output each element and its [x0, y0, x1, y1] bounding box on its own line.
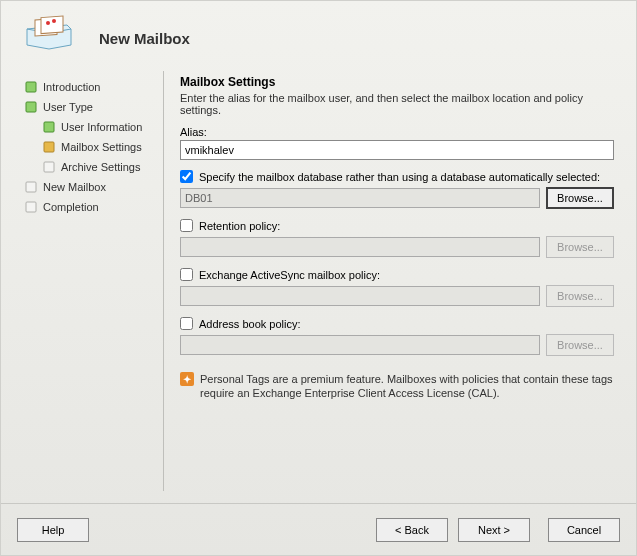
nav-item-label: New Mailbox: [43, 181, 106, 193]
next-button[interactable]: Next >: [458, 518, 530, 542]
step-pending-icon: [25, 181, 37, 193]
svg-rect-7: [44, 142, 54, 152]
nav-item-label: Introduction: [43, 81, 100, 93]
wizard-title: New Mailbox: [99, 30, 190, 47]
retention-checkbox[interactable]: [180, 219, 193, 232]
svg-rect-10: [26, 202, 36, 212]
svg-rect-9: [26, 182, 36, 192]
wizard-sidebar: IntroductionUser TypeUser InformationMai…: [13, 71, 163, 491]
svg-point-3: [52, 19, 56, 23]
premium-note: Personal Tags are a premium feature. Mai…: [200, 372, 614, 401]
retention-browse-button: Browse...: [546, 236, 614, 258]
abp-checkbox-label: Address book policy:: [199, 318, 301, 330]
step-done-icon: [25, 101, 37, 113]
warning-icon: ✦: [180, 372, 194, 386]
eas-input: [180, 286, 540, 306]
svg-rect-5: [26, 102, 36, 112]
svg-rect-6: [44, 122, 54, 132]
db-browse-button[interactable]: Browse...: [546, 187, 614, 209]
abp-checkbox[interactable]: [180, 317, 193, 330]
db-checkbox[interactable]: [180, 170, 193, 183]
retention-input: [180, 237, 540, 257]
eas-checkbox-label: Exchange ActiveSync mailbox policy:: [199, 269, 380, 281]
wizard-dialog: New Mailbox IntroductionUser TypeUser In…: [0, 0, 637, 556]
cancel-button[interactable]: Cancel: [548, 518, 620, 542]
wizard-header: New Mailbox: [1, 1, 636, 71]
nav-item-label: Mailbox Settings: [61, 141, 142, 153]
svg-rect-1: [41, 16, 63, 34]
svg-rect-4: [26, 82, 36, 92]
wizard-content: Mailbox Settings Enter the alias for the…: [163, 71, 624, 491]
nav-item-label: User Type: [43, 101, 93, 113]
svg-point-2: [46, 21, 50, 25]
step-pending-icon: [25, 201, 37, 213]
section-heading: Mailbox Settings: [180, 75, 614, 89]
nav-item-archive-settings[interactable]: Archive Settings: [25, 157, 159, 177]
eas-checkbox[interactable]: [180, 268, 193, 281]
help-button[interactable]: Help: [17, 518, 89, 542]
mailbox-icon: [21, 15, 81, 61]
nav-item-user-information[interactable]: User Information: [25, 117, 159, 137]
nav-item-mailbox-settings[interactable]: Mailbox Settings: [25, 137, 159, 157]
db-checkbox-label: Specify the mailbox database rather than…: [199, 171, 600, 183]
wizard-footer: Help < Back Next > Cancel: [1, 503, 636, 555]
nav-item-completion[interactable]: Completion: [25, 197, 159, 217]
section-description: Enter the alias for the mailbox user, an…: [180, 92, 614, 116]
alias-input[interactable]: [180, 140, 614, 160]
nav-item-user-type[interactable]: User Type: [25, 97, 159, 117]
step-current-icon: [43, 141, 55, 153]
svg-rect-8: [44, 162, 54, 172]
step-done-icon: [43, 121, 55, 133]
nav-item-introduction[interactable]: Introduction: [25, 77, 159, 97]
nav-item-label: Completion: [43, 201, 99, 213]
alias-label: Alias:: [180, 126, 614, 138]
back-button[interactable]: < Back: [376, 518, 448, 542]
nav-item-label: Archive Settings: [61, 161, 140, 173]
nav-item-label: User Information: [61, 121, 142, 133]
step-done-icon: [25, 81, 37, 93]
abp-browse-button: Browse...: [546, 334, 614, 356]
retention-checkbox-label: Retention policy:: [199, 220, 280, 232]
abp-input: [180, 335, 540, 355]
eas-browse-button: Browse...: [546, 285, 614, 307]
nav-item-new-mailbox[interactable]: New Mailbox: [25, 177, 159, 197]
wizard-body: IntroductionUser TypeUser InformationMai…: [1, 71, 636, 491]
step-pending-icon: [43, 161, 55, 173]
db-input: [180, 188, 540, 208]
